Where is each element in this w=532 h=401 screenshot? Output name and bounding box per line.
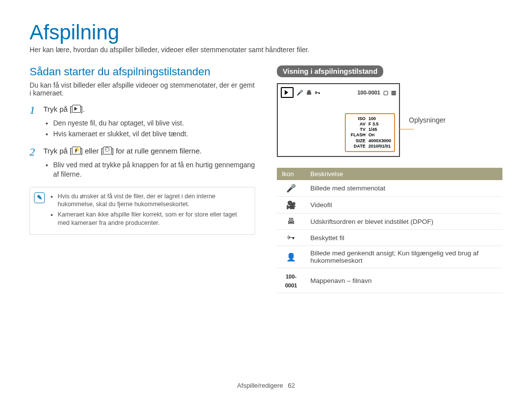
desc-cell: Videofil [305,197,502,214]
info-row: FLASHOn [349,132,391,138]
camera-screen: 🎤 🖶 🗝 100-0001 ▢ ▥ ISO100AVF 3.5TV1/45FL… [277,83,400,157]
view-mode-badge: Visning i afspilningstilstand [277,65,383,77]
info-row: SIZE4000X3000 [349,138,391,144]
list-item: Hvis kameraet er slukket, vil det blive … [53,129,255,139]
flash-key-icon [72,147,81,154]
list-item: Bliv ved med at trykke på knappen for at… [53,160,255,179]
list-item: Kameraet kan ikke afspille filer korrekt… [58,211,249,227]
step-text-prefix: Tryk på [ [43,147,72,155]
step-number: 2 [30,147,38,157]
table-row: 🗝Beskyttet fil [277,230,502,246]
left-column: Sådan starter du afspilningstilstanden D… [30,65,255,293]
desc-cell: Billede med stemmenotat [305,180,502,197]
info-row: DATE2010/01/01 [349,144,391,149]
leader-line [399,129,414,129]
step-text-suffix: ]. [81,105,85,113]
list-item: Hvis du ønsker at få vist de filer, der … [58,192,249,209]
page-footer: Afspille/redigere 62 [0,382,532,389]
step-2-bullets: Bliv ved med at trykke på knappen for at… [30,160,255,179]
timer-key-icon [103,147,112,154]
desc-cell: Billede med genkendt ansigt; Kun tilgæng… [305,246,502,268]
footer-page: 62 [288,382,295,389]
icon-cell: 🖶 [277,214,305,230]
play-button-icon [72,105,81,113]
step-text-prefix: Tryk på [ [43,105,72,113]
table-row: 🖶Udskriftsordren er blevet indstillet (D… [277,214,502,230]
table-row: 🎤Billede med stemmenotat [277,180,502,197]
footer-section: Afspille/redigere [237,382,283,389]
table-head-icon: Ikon [277,168,305,180]
icon-cell: 🗝 [277,230,305,246]
table-head-desc: Beskrivelse [305,168,502,180]
desc-cell: Mappenavn – filnavn [305,268,502,293]
desc-cell: Beskyttet fil [305,230,502,246]
info-label: Oplysninger [409,116,446,124]
table-row: 🎥Videofil [277,197,502,214]
icon-cell: 🎤 [277,180,305,197]
note-icon: ✎ [34,192,45,203]
table-row: 100-0001Mappenavn – filnavn [277,268,502,293]
icon-legend-table: Ikon Beskrivelse 🎤Billede med stemmenota… [277,168,502,293]
note-box: ✎ Hvis du ønsker at få vist de filer, de… [30,187,255,235]
step-text-suffix: ] for at rulle gennem filerne. [112,147,202,155]
file-id-indicator: 100-0001 [358,90,381,95]
desc-cell: Udskriftsordren er blevet indstillet (DP… [305,214,502,230]
info-row: TV1/45 [349,127,391,132]
table-row: 👤Billede med genkendt ansigt; Kun tilgæn… [277,246,502,268]
page-intro: Her kan lære, hvordan du afspiller bille… [30,46,502,54]
page-title: Afspilning [30,22,502,43]
storage-icon: ▢ [383,90,388,96]
mic-icon: 🎤 [297,90,303,96]
playback-mode-icon [281,87,294,98]
icon-cell: 100-0001 [277,268,305,293]
battery-icon: ▥ [391,90,396,96]
step-1-bullets: Den nyeste fil, du har optaget, vil bliv… [30,119,255,139]
icon-cell: 👤 [277,246,305,268]
step-number: 1 [30,105,38,116]
icon-cell: 🎥 [277,197,305,214]
print-icon: 🖶 [306,90,312,95]
info-panel: ISO100AVF 3.5TV1/45FLASHOnSIZE4000X3000D… [345,113,395,153]
camera-screen-figure: 🎤 🖶 🗝 100-0001 ▢ ▥ ISO100AVF 3.5TV1/45FL… [277,83,502,157]
step-2: 2 Tryk på [] eller [] for at rulle genne… [30,147,255,157]
right-column: Visning i afspilningstilstand 🎤 🖶 🗝 100-… [277,65,502,293]
step-text-mid: ] eller [ [81,147,103,155]
section-heading: Sådan starter du afspilningstilstanden [30,65,255,78]
info-row: AVF 3.5 [349,122,391,127]
step-1: 1 Tryk på []. [30,105,255,116]
list-item: Den nyeste fil, du har optaget, vil bliv… [53,119,255,128]
section-lead: Du kan få vist billeder eller afspille v… [30,81,255,97]
info-row: ISO100 [349,116,391,122]
key-icon: 🗝 [315,90,320,95]
